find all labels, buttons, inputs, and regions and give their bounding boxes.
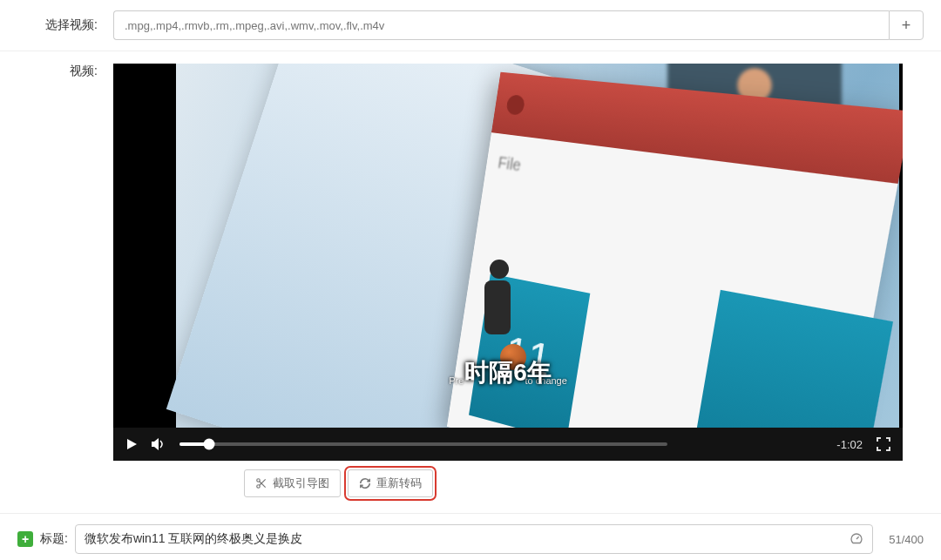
file-input-group: +: [113, 10, 924, 40]
seek-thumb[interactable]: [203, 439, 214, 450]
video-actions: 截取引导图 重新转码: [113, 461, 924, 508]
scissors-icon: [255, 477, 267, 489]
dashboard-icon[interactable]: [850, 532, 863, 546]
video-row: 视频: File 11 Show: [0, 51, 941, 513]
title-input-wrap: [75, 524, 873, 554]
file-extensions-input[interactable]: [113, 10, 889, 40]
select-video-row: 选择视频: +: [0, 0, 941, 51]
time-remaining: -1:02: [836, 438, 863, 451]
video-frame: File 11 Show Pre to change 时隔6年: [113, 64, 903, 428]
retranscode-button[interactable]: 重新转码: [348, 469, 433, 497]
crop-thumbnail-label: 截取引导图: [273, 476, 329, 491]
video-label: 视频:: [17, 64, 113, 79]
play-icon[interactable]: [125, 438, 138, 450]
svg-marker-0: [127, 439, 137, 449]
seek-bar[interactable]: [179, 442, 667, 446]
video-controls: -1:02: [113, 428, 903, 461]
svg-point-3: [257, 485, 261, 489]
crop-thumbnail-button[interactable]: 截取引导图: [244, 469, 341, 497]
video-player[interactable]: File 11 Show Pre to change 时隔6年: [113, 64, 903, 461]
video-column: File 11 Show Pre to change 时隔6年: [113, 64, 924, 508]
svg-point-2: [257, 479, 261, 482]
add-file-button[interactable]: +: [889, 10, 924, 40]
retranscode-label: 重新转码: [376, 476, 422, 491]
video-card-show-text: Show: [737, 417, 858, 428]
title-row: + 标题: 51/400: [0, 513, 941, 560]
video-subtitle: 时隔6年: [113, 356, 903, 389]
plus-icon: +: [902, 17, 911, 35]
app-icon: [505, 94, 525, 116]
svg-marker-1: [152, 438, 159, 450]
volume-icon[interactable]: [152, 438, 166, 450]
fullscreen-icon[interactable]: [877, 437, 890, 451]
refresh-icon: [359, 477, 371, 489]
add-indicator-icon: +: [17, 531, 33, 547]
select-video-label: 选择视频:: [17, 17, 113, 33]
title-input[interactable]: [85, 532, 850, 546]
svg-line-6: [856, 536, 859, 539]
title-label: 标题:: [40, 531, 68, 547]
char-counter: 51/400: [880, 533, 924, 546]
